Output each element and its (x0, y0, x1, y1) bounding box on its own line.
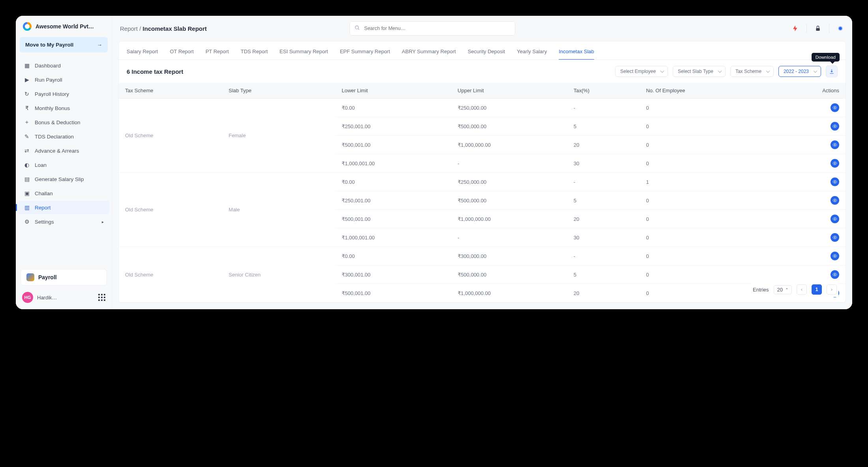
tab-abry-summary-report[interactable]: ABRY Summary Report (402, 45, 456, 60)
payroll-card[interactable]: Payroll (21, 269, 107, 286)
download-button[interactable]: Download (826, 65, 838, 77)
cell-upper: ₹1,000,000.00 (451, 284, 567, 303)
cell-emp: 0 (640, 247, 771, 265)
search (350, 21, 515, 35)
sidebar-item-label: Report (35, 205, 51, 211)
tab-ot-report[interactable]: OT Report (170, 45, 193, 60)
nav-icon: ⇄ (24, 148, 30, 154)
cell-lower: ₹1,000,001.00 (335, 228, 451, 247)
tab-esi-summary-report[interactable]: ESI Summary Report (280, 45, 328, 60)
user-row[interactable]: HG Hardik… (21, 290, 107, 304)
tab-security-deposit[interactable]: Security Deposit (468, 45, 505, 60)
nav-icon: ▦ (24, 62, 30, 69)
sidebar-item-settings[interactable]: ⚙Settings▸ (18, 215, 109, 228)
search-icon (354, 25, 360, 32)
view-button[interactable] (831, 252, 839, 260)
col-header: Slab Type (223, 83, 335, 99)
brand[interactable]: Awesome World Pvt… (16, 16, 112, 37)
report-tabs: Salary ReportOT ReportPT ReportTDS Repor… (119, 41, 846, 60)
report-title: 6 Income tax Report (127, 68, 183, 75)
view-button[interactable] (831, 159, 839, 168)
view-button[interactable] (831, 196, 839, 205)
cell-emp: 0 (640, 210, 771, 228)
move-to-my-payroll-button[interactable]: Move to My Payroll → (20, 37, 108, 52)
download-tooltip: Download (812, 53, 840, 62)
table-wrap[interactable]: Tax SchemeSlab TypeLower LimitUpper Limi… (119, 83, 846, 303)
tab-yearly-salary[interactable]: Yearly Salary (517, 45, 547, 60)
sidebar-item-monthly-bonus[interactable]: ₹Monthly Bonus (18, 101, 109, 115)
cell-tax-scheme: Old Scheme (119, 99, 223, 173)
lock-icon[interactable] (814, 24, 822, 32)
svg-point-7 (834, 163, 836, 164)
cell-emp: 0 (640, 117, 771, 136)
sidebar: Awesome World Pvt… Move to My Payroll → … (16, 16, 112, 309)
cell-upper: ₹500,000.00 (451, 117, 567, 136)
entries-label: Entries (753, 287, 769, 293)
breadcrumb-root[interactable]: Report (120, 25, 138, 32)
entries-select[interactable]: 20 ⌃ (774, 285, 792, 294)
page-prev-button[interactable]: ‹ (797, 284, 807, 295)
sidebar-item-advance-arrears[interactable]: ⇄Advance & Arrears (18, 144, 109, 157)
cell-actions (771, 117, 846, 136)
tab-epf-summary-report[interactable]: EPF Summary Report (340, 45, 390, 60)
view-button[interactable] (831, 140, 839, 149)
page-next-button[interactable]: › (827, 284, 837, 295)
table-row: Old SchemeSenior Citizen₹0.00₹300,000.00… (119, 247, 846, 265)
svg-point-13 (834, 274, 836, 275)
select-employee[interactable]: Select Employee (615, 66, 668, 77)
select-year[interactable]: 2022 - 2023 (778, 66, 821, 77)
cell-emp: 0 (640, 99, 771, 117)
select-slab-type[interactable]: Select Slab Type (673, 66, 726, 77)
breadcrumb-page: Incometax Slab Report (143, 25, 207, 32)
view-button[interactable] (831, 103, 839, 112)
sidebar-item-loan[interactable]: ◐Loan (18, 158, 109, 172)
cell-emp: 1 (640, 173, 771, 191)
svg-point-3 (839, 27, 842, 30)
cell-actions (771, 247, 846, 265)
sidebar-item-bonus-deduction[interactable]: ＋Bonus & Deduction (18, 116, 109, 129)
sidebar-item-challan[interactable]: ▣Challan (18, 187, 109, 200)
search-input[interactable] (350, 21, 515, 35)
cell-upper: ₹1,000,000.00 (451, 210, 567, 228)
sidebar-item-payroll-history[interactable]: ↻Payroll History (18, 87, 109, 101)
sidebar-item-label: Payroll History (35, 91, 69, 97)
sidebar-item-run-payroll[interactable]: ▶Run Payroll (18, 73, 109, 86)
tab-pt-report[interactable]: PT Report (206, 45, 229, 60)
table-row: Old SchemeMale₹0.00₹250,000.00-1 (119, 173, 846, 191)
cell-tax-scheme: Old Scheme (119, 247, 223, 303)
apps-grid-icon[interactable] (98, 294, 105, 301)
sidebar-item-tds-declaration[interactable]: ✎TDS Declaration (18, 130, 109, 143)
cell-tax: 5 (567, 191, 640, 210)
sidebar-item-label: Monthly Bonus (35, 105, 70, 111)
cell-lower: ₹0.00 (335, 247, 451, 265)
nav-icon: ▥ (24, 204, 30, 211)
cell-slab-type: Female (223, 99, 335, 173)
view-button[interactable] (831, 270, 839, 279)
move-band-label: Move to My Payroll (25, 42, 73, 48)
nav-icon: ⚙ (24, 219, 30, 225)
svg-rect-1 (816, 28, 819, 31)
view-button[interactable] (831, 177, 839, 186)
tab-incometax-slab[interactable]: Incometax Slab (559, 45, 594, 60)
rocket-icon[interactable] (791, 24, 799, 32)
cell-lower: ₹1,000,001.00 (335, 154, 451, 173)
cell-tax: 20 (567, 284, 640, 303)
notification-icon[interactable] (836, 24, 844, 32)
cell-lower: ₹0.00 (335, 173, 451, 191)
sidebar-item-label: Settings (35, 219, 54, 225)
sidebar-item-label: Generate Salary Slip (35, 176, 84, 182)
select-tax-scheme[interactable]: Tax Scheme (730, 66, 774, 77)
view-button[interactable] (831, 233, 839, 242)
sidebar-item-label: Dashboard (35, 63, 61, 69)
tab-salary-report[interactable]: Salary Report (127, 45, 158, 60)
sidebar-item-generate-salary-slip[interactable]: ▤Generate Salary Slip (18, 172, 109, 186)
view-button[interactable] (831, 122, 839, 131)
cell-emp: 0 (640, 191, 771, 210)
tab-tds-report[interactable]: TDS Report (241, 45, 268, 60)
page-1-button[interactable]: 1 (812, 284, 822, 295)
sidebar-item-report[interactable]: ▥Report (18, 201, 109, 214)
cell-lower: ₹0.00 (335, 99, 451, 117)
sidebar-item-dashboard[interactable]: ▦Dashboard (18, 59, 109, 72)
view-button[interactable] (831, 215, 839, 223)
content-panel: Salary ReportOT ReportPT ReportTDS Repor… (118, 41, 846, 303)
